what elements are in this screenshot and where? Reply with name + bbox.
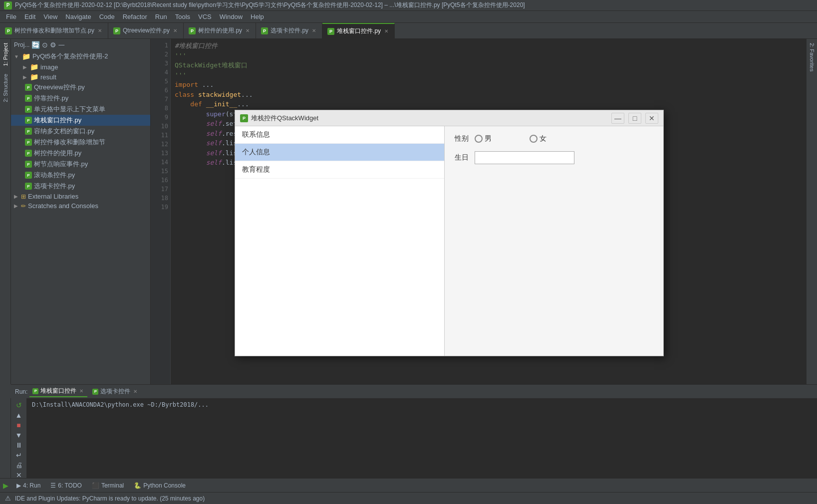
bottom-tab-python-console[interactable]: 🐍 Python Console: [130, 481, 190, 491]
menu-refactor[interactable]: Refactor: [119, 12, 151, 21]
run-controls: ↺ ▲ ■ ▼ ⏸ ↵ 🖨 ✕: [11, 398, 27, 478]
dialog-list-item-contact[interactable]: 联系信息: [235, 126, 444, 144]
scroll-up-button[interactable]: ▲: [13, 411, 24, 419]
rerun-button[interactable]: ↺: [13, 401, 24, 409]
dialog-list-item-education[interactable]: 教育程度: [235, 161, 444, 179]
sidebar-label-structure[interactable]: 2: Structure: [1, 70, 10, 106]
menu-vcs[interactable]: VCS: [194, 12, 216, 21]
bottom-tab-todo[interactable]: ☰ 6: TODO: [46, 481, 86, 491]
tab-treeuse[interactable]: P 树控件的使用.py ✕: [184, 23, 256, 38]
refresh-icon[interactable]: 🔄: [31, 41, 40, 49]
birthday-row: 生日: [455, 151, 653, 164]
tree-file-scrollbar[interactable]: P 滚动条控件.py: [11, 170, 150, 181]
stop-button[interactable]: ■: [13, 421, 24, 429]
bottom-tab-run[interactable]: ▶ 4: Run: [12, 481, 44, 491]
tree-file-qtreeview[interactable]: P Qtreeview控件.py: [11, 82, 150, 93]
tree-item-label: 树节点响应事件.py: [34, 160, 88, 169]
run-tab-tabwidget[interactable]: P 选项卡控件 ✕: [89, 386, 141, 397]
run-output-text: D:\Install\ANACONDA2\python.exe ~D:/Byrb…: [32, 401, 812, 408]
run-tab-close-tabwidget[interactable]: ✕: [132, 388, 138, 395]
menu-code[interactable]: Code: [95, 12, 119, 21]
locate-icon[interactable]: ⊙: [42, 41, 48, 49]
run-tab-stackwidget[interactable]: P 堆栈窗口控件 ✕: [29, 386, 87, 397]
bottom-tabs: ▶ ▶ 4: Run ☰ 6: TODO ⬛ Terminal 🐍 Python…: [0, 478, 817, 492]
menu-tools[interactable]: Tools: [171, 12, 194, 21]
bottom-tab-terminal[interactable]: ⬛ Terminal: [88, 481, 128, 491]
folder-icon: 📁: [30, 63, 38, 71]
py-icon: P: [327, 28, 334, 35]
tab-close-stackwidget[interactable]: ✕: [383, 28, 389, 34]
radio-female[interactable]: 女: [530, 134, 546, 143]
python-console-label: Python Console: [143, 482, 186, 489]
run-output: D:\Install\ANACONDA2\python.exe ~D:/Byrb…: [27, 398, 817, 478]
status-message: IDE and Plugin Updates: PyCharm is ready…: [15, 495, 205, 502]
tree-file-treeuse[interactable]: P 树控件的使用.py: [11, 148, 150, 159]
tab-close-tabwidget[interactable]: ✕: [311, 27, 317, 34]
dialog-maximize-button[interactable]: □: [628, 113, 641, 124]
print-button[interactable]: 🖨: [13, 461, 24, 469]
right-labels: 2: Favorites: [806, 39, 817, 384]
tab-stackwidget[interactable]: P 堆栈窗口控件.py ✕: [322, 23, 395, 38]
tree-item-label: Qtreeview控件.py: [34, 83, 85, 92]
radio-male[interactable]: 男: [475, 134, 492, 143]
pause-button[interactable]: ⏸: [13, 441, 24, 449]
tab-close-treefile[interactable]: ✕: [97, 27, 103, 34]
py-icon: P: [5, 27, 12, 34]
right-label-favorites[interactable]: 2: Favorites: [808, 39, 817, 75]
arrow-icon: ▶: [23, 74, 27, 80]
settings-icon[interactable]: ⚙: [50, 41, 56, 49]
tree-file-treemod[interactable]: P 树控件修改和删除增加节: [11, 137, 150, 148]
tab-close-qtreeview[interactable]: ✕: [172, 27, 178, 34]
menu-edit[interactable]: Edit: [20, 12, 39, 21]
tree-item-label: 树控件的使用.py: [34, 149, 81, 158]
tree-file-multidoc[interactable]: P 容纳多文档的窗口.py: [11, 126, 150, 137]
tree-file-stackwidget[interactable]: P 堆栈窗口控件.py: [11, 115, 150, 126]
run-play-icon[interactable]: ▶: [3, 482, 8, 490]
todo-tab-icon: ☰: [50, 482, 56, 489]
dialog-list-item-personal[interactable]: 个人信息: [235, 144, 444, 161]
dialog-close-button[interactable]: ✕: [645, 113, 658, 124]
py-file-icon: P: [25, 128, 32, 135]
tree-ext-libs[interactable]: ▶ ⊞ External Libraries: [11, 192, 150, 201]
tab-treefile[interactable]: P 树控件修改和删除增加节点.py ✕: [0, 23, 108, 38]
menu-file[interactable]: File: [2, 12, 20, 21]
menu-help[interactable]: Help: [247, 12, 268, 21]
menu-window[interactable]: Window: [216, 12, 247, 21]
minimize-icon[interactable]: —: [58, 41, 64, 48]
tree-file-treenode[interactable]: P 树节点响应事件.py: [11, 159, 150, 170]
editor-tab-bar: P 树控件修改和删除增加节点.py ✕ P Qtreeview控件.py ✕ P…: [0, 23, 817, 39]
menu-view[interactable]: View: [39, 12, 61, 21]
tree-folder-result[interactable]: ▶ 📁 result: [11, 72, 150, 82]
tree-item-label: 停靠控件.py: [34, 94, 68, 103]
tree-scratches[interactable]: ▶ ✏ Scratches and Consoles: [11, 201, 150, 211]
run-tab-bar: Run: P 堆栈窗口控件 ✕ P 选项卡控件 ✕: [11, 384, 817, 398]
run-tab-tabwidget-label: 选项卡控件: [100, 387, 130, 396]
birthday-input[interactable]: [475, 151, 574, 164]
tree-file-tabwidget[interactable]: P 选项卡控件.py: [11, 181, 150, 192]
gender-label: 性别: [455, 134, 469, 143]
menu-run[interactable]: Run: [151, 12, 171, 21]
dialog-right-panel: 性别 男 女 生日: [445, 126, 663, 356]
menu-navigate[interactable]: Navigate: [61, 12, 95, 21]
tree-folder-image[interactable]: ▶ 📁 image: [11, 62, 150, 72]
tab-qtreeview[interactable]: P Qtreeview控件.py ✕: [108, 23, 184, 38]
tree-item-label: Scratches and Consoles: [28, 202, 98, 210]
dialog-minimize-button[interactable]: —: [611, 113, 624, 124]
run-tab-close-stackwidget[interactable]: ✕: [78, 388, 84, 394]
scroll-down-button[interactable]: ▼: [13, 431, 24, 439]
tab-tabwidget[interactable]: P 选项卡控件.py ✕: [256, 23, 322, 38]
wrap-button[interactable]: ↵: [13, 451, 24, 459]
tree-file-dock[interactable]: P 停靠控件.py: [11, 93, 150, 104]
menu-bar: File Edit View Navigate Code Refactor Ru…: [0, 11, 817, 23]
py-file-icon: P: [25, 139, 32, 146]
sidebar-label-project[interactable]: 1: Project: [1, 39, 10, 70]
terminal-tab-label: Terminal: [101, 482, 124, 489]
py-icon: P: [32, 388, 38, 394]
run-tab-label: 4: Run: [23, 482, 40, 489]
tree-root[interactable]: ▼ 📁 PyQt5各个复杂控件使用-2: [11, 51, 150, 62]
tree-file-cell[interactable]: P 单元格中显示上下文菜单: [11, 104, 150, 115]
side-labels: 1: Project 2: Structure: [0, 39, 11, 384]
tab-close-treeuse[interactable]: ✕: [245, 27, 251, 34]
py-file-icon: P: [25, 84, 32, 91]
run-label: Run:: [15, 388, 27, 395]
